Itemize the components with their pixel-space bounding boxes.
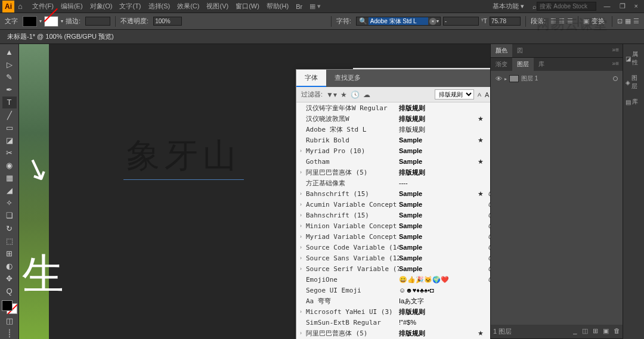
font-list-item[interactable]: › Acumin Variable Concept (91) Sample G͟… — [296, 199, 490, 210]
favorite-star-icon[interactable]: ★ — [478, 158, 486, 166]
align-center-icon[interactable]: ☰ — [559, 17, 565, 25]
minimize-button[interactable]: — — [600, 2, 614, 10]
menu-effect[interactable]: 效果(C) — [174, 2, 203, 11]
align-right-icon[interactable]: ☰ — [567, 17, 573, 25]
screen-mode-tool[interactable]: ◫ — [2, 315, 17, 326]
favorite-star-icon[interactable]: ★ — [478, 329, 486, 337]
align-panel-icon[interactable]: ▣ — [583, 17, 589, 25]
font-list-item[interactable]: Adobe 宋体 Std L 排版规则 O — [296, 124, 490, 135]
font-list-item[interactable]: Aa 弯弯 Iaあ文字 Tr — [296, 296, 490, 306]
filter-recent-icon[interactable]: 🕓 — [351, 91, 360, 99]
font-family-input[interactable] — [369, 17, 428, 25]
menu-select[interactable]: 选择(S) — [145, 2, 174, 11]
fill-swatch[interactable] — [23, 16, 37, 27]
symbol-tool[interactable]: ◐ — [2, 260, 17, 272]
font-list-item[interactable]: › 阿里巴巴普惠体 (5) 排版规则 ★ O — [296, 328, 490, 338]
font-list-item[interactable]: › Myriad Variable Concept (40) Sample G͟… — [296, 231, 490, 242]
stock-search-input[interactable] — [537, 2, 596, 11]
locate-object-icon[interactable]: ⎯ — [573, 327, 577, 336]
direct-selection-tool[interactable]: ▷ — [2, 59, 17, 70]
isolate-icon[interactable]: ⊡ — [617, 17, 623, 25]
expand-icon[interactable]: › — [300, 212, 306, 218]
tab-find-more[interactable]: 查找更多 — [326, 70, 369, 87]
font-list-item[interactable]: › Myriad Pro (10) Sample O — [296, 145, 490, 156]
clear-font-icon[interactable]: × — [429, 18, 436, 25]
expand-icon[interactable]: › — [300, 244, 306, 250]
stroke-swatch[interactable] — [44, 16, 58, 27]
tab-fonts[interactable]: 字体 — [296, 70, 326, 87]
font-list-item[interactable]: › Source Sans Variable (12) Sample G͟ᴍ — [296, 253, 490, 263]
font-list-item[interactable]: › Bahnschrift (15) Sample G͟ᴍ — [296, 210, 490, 220]
pen-tool[interactable]: ✎ — [2, 71, 17, 83]
preview-size-small[interactable]: A — [478, 92, 481, 98]
font-list-item[interactable]: › 阿里巴巴普惠体 (5) 排版规则 O — [296, 167, 490, 178]
expand-icon[interactable]: › — [300, 148, 306, 154]
filter-favorites-icon[interactable]: ★ — [340, 91, 347, 99]
panel-menu-icon[interactable]: »≡ — [609, 58, 623, 71]
favorite-star-icon[interactable]: ★ — [478, 136, 486, 144]
filter-funnel-icon[interactable]: ▼▾ — [326, 91, 337, 99]
fill-dropdown-icon[interactable]: ▾ — [39, 18, 42, 24]
make-clipping-icon[interactable]: ◫ — [582, 327, 588, 336]
sidebar-libraries[interactable]: ▤ 库 — [623, 94, 644, 110]
rectangle-tool[interactable]: ▭ — [2, 122, 17, 133]
sidebar-layers[interactable]: ◈ 图层 — [623, 70, 644, 94]
font-sort-select[interactable]: 排版规则 — [435, 89, 474, 99]
font-list-item[interactable]: › Bahnschrift (15) Sample ★ G͟ᴍ — [296, 188, 490, 199]
font-list-item[interactable]: › Microsoft YaHei UI (3) 排版规则 Tr — [296, 306, 490, 317]
stroke-weight-input[interactable] — [85, 17, 110, 26]
font-list-item[interactable]: 汉仪铸字童年体W Regular 排版规则 Tr — [296, 102, 490, 113]
font-dropdown-icon[interactable]: ▾ — [436, 18, 439, 24]
curvature-tool[interactable]: ✒ — [2, 84, 17, 95]
font-list-item[interactable]: Segoe UI Emoji ☺☻♥♦♣♠•◘ O — [296, 285, 490, 296]
font-list-item[interactable]: › Source Code Variable (14) Sample G͟ᴍ — [296, 242, 490, 253]
layer-name[interactable]: 图层 1 — [521, 74, 538, 83]
preview-size-med[interactable]: A — [485, 91, 489, 98]
font-list-item[interactable]: Gotham Sample ★ O — [296, 156, 490, 167]
arrange-docs-icon[interactable]: ▦ ▾ — [309, 2, 321, 10]
blend-tool[interactable]: ⊞ — [2, 248, 17, 259]
fill-stroke-indicator[interactable] — [2, 300, 17, 314]
font-size-input[interactable] — [490, 17, 521, 26]
fill-square[interactable] — [2, 300, 13, 311]
font-list-item[interactable]: EmojiOne 😀👍🎉🐱🌍❤️ G͟ᴍ — [296, 274, 490, 285]
new-layer-icon[interactable]: ▣ — [603, 327, 609, 336]
prefs-icon[interactable]: ▦ — [625, 17, 631, 25]
visibility-icon[interactable]: 👁 — [496, 75, 502, 82]
font-list-item[interactable]: 汉仪晓波敦黑W 排版规则 ★ O — [296, 113, 490, 124]
expand-icon[interactable]: › — [300, 201, 306, 207]
rotate-tool[interactable]: ◉ — [2, 160, 17, 171]
menu-view[interactable]: 视图(V) — [203, 2, 232, 11]
close-button[interactable]: × — [631, 2, 642, 10]
font-list-item[interactable]: Rubrik Bold Sample ★ O — [296, 135, 490, 145]
new-sublayer-icon[interactable]: ⊞ — [593, 327, 598, 336]
type-tool[interactable]: T — [2, 97, 17, 108]
delete-layer-icon[interactable]: 🗑 — [614, 327, 620, 336]
workspace-switcher[interactable]: 基本功能 ▾ — [488, 2, 529, 11]
expand-icon[interactable]: › — [300, 266, 306, 272]
tab-libraries[interactable]: 库 — [534, 58, 549, 71]
font-list[interactable]: 汉仪铸字童年体W Regular 排版规则 Tr 汉仪晓波敦黑W 排版规则 ★ … — [296, 102, 490, 339]
expand-icon[interactable]: › — [300, 191, 306, 197]
expand-icon[interactable]: › — [300, 223, 306, 229]
eyedropper-tool[interactable]: ⬚ — [2, 235, 17, 247]
control-menu-icon[interactable]: ☰ — [633, 17, 639, 25]
font-list-item[interactable]: › Minion Variable Concept (16) Sample G͟… — [296, 220, 490, 231]
artboard-tool[interactable]: ✥ — [2, 273, 17, 284]
filter-activated-icon[interactable]: ☁ — [363, 91, 370, 99]
menu-edit[interactable]: 编辑(E) — [57, 2, 86, 11]
shape-builder-tool[interactable]: ◢ — [2, 185, 17, 196]
favorite-star-icon[interactable]: ★ — [478, 190, 486, 198]
menu-help[interactable]: 帮助(H) — [263, 2, 292, 11]
font-family-field[interactable]: 🔍 × ▾ — [356, 17, 441, 26]
expand-icon[interactable]: › — [300, 330, 306, 336]
sidebar-properties[interactable]: ◪ 属性 — [623, 46, 644, 70]
selection-tool[interactable]: ▲ — [2, 46, 17, 58]
menu-window[interactable]: 窗口(W) — [232, 2, 263, 11]
document-tab[interactable]: 未标题-1* @ 100% (RGB/GPU 预览) — [0, 30, 644, 44]
scissors-tool[interactable]: ✂ — [2, 147, 17, 158]
font-list-item[interactable]: › Source Serif Variable (7) Sample G͟ᴍ — [296, 263, 490, 274]
width-tool[interactable]: ▦ — [2, 172, 17, 184]
font-list-item[interactable]: 方正基础像素 ---- Tr — [296, 178, 490, 188]
favorite-star-icon[interactable]: ★ — [478, 115, 486, 123]
